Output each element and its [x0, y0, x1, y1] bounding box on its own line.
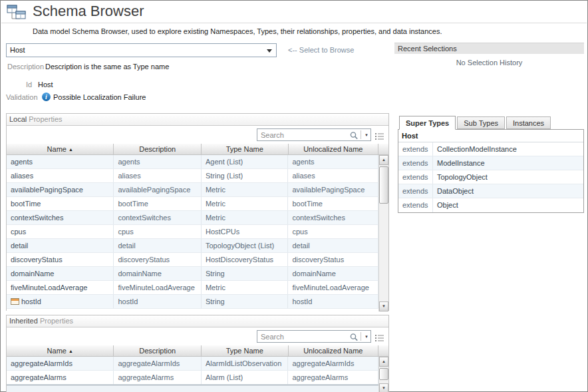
- customizer-icon[interactable]: [375, 333, 384, 341]
- property-cell: agents: [7, 155, 114, 168]
- column-header-unlocalized-name[interactable]: Unlocalized Name: [289, 144, 379, 154]
- column-header-unlocalized-name[interactable]: Unlocalized Name: [289, 345, 379, 356]
- property-row[interactable]: hostIdhostIdStringhostId: [7, 295, 378, 309]
- scroll-up-button[interactable]: ▲: [379, 155, 388, 165]
- relation-cell: extends: [398, 170, 433, 184]
- recent-selections-header: Recent Selections: [394, 43, 584, 54]
- search-options-arrow-icon[interactable]: ▼: [363, 133, 370, 137]
- property-cell: String: [202, 295, 289, 308]
- property-cell: hostId: [7, 295, 114, 308]
- local-properties-rows: agentsagentsAgent (List)agentsaliasesali…: [7, 155, 378, 311]
- column-header-type-name[interactable]: Type Name: [202, 345, 289, 356]
- property-cell: String (List): [202, 169, 289, 182]
- table-header-row: Name▲ Description Type Name Unlocalized …: [7, 144, 388, 155]
- property-row[interactable]: aggregateAlarmIdsaggregateAlarmIdsAlarmI…: [7, 357, 378, 371]
- search-placeholder: Search: [257, 333, 349, 341]
- property-cell: cpus: [114, 225, 202, 238]
- scrollbar[interactable]: ▲ ▼: [378, 155, 388, 311]
- property-cell: aliases: [7, 169, 114, 182]
- partial-row: [7, 385, 378, 392]
- header-spacer: [378, 144, 388, 154]
- inherited-properties-panel: Inherited Properties Search ▼ Name▲ Desc…: [6, 315, 389, 392]
- tab-sub-types[interactable]: Sub Types: [457, 116, 505, 129]
- select-to-browse-hint: <-- Select to Browse: [288, 46, 354, 54]
- super-types-content: Host extendsCollectionModelInstanceexten…: [398, 129, 584, 213]
- property-cell: HostCPUs: [202, 225, 289, 238]
- search-icon: [349, 130, 359, 139]
- local-properties-grid: Name▲ Description Type Name Unlocalized …: [7, 144, 388, 311]
- validation-value: Possible Localization Failure: [53, 93, 220, 101]
- type-cell: CollectionModelInstance: [433, 142, 583, 156]
- inherited-properties-grid: Name▲ Description Type Name Unlocalized …: [7, 345, 388, 392]
- property-cell: bootTime: [114, 197, 202, 210]
- scroll-up-button[interactable]: ▲: [379, 357, 388, 367]
- property-cell: cpus: [7, 225, 114, 238]
- property-cell: Metric: [202, 183, 289, 196]
- column-header-name[interactable]: Name▲: [7, 144, 114, 154]
- customizer-icon[interactable]: [375, 131, 384, 139]
- scrollbar-thumb[interactable]: [379, 166, 388, 204]
- scrollbar-thumb[interactable]: [379, 368, 388, 380]
- property-cell: availablePagingSpace: [288, 183, 378, 196]
- property-cell: aggregateAlarms: [7, 371, 114, 384]
- tab-super-types[interactable]: Super Types: [399, 116, 456, 130]
- schema-browser-icon: [7, 4, 28, 23]
- validation-row: Validation i Possible Localization Failu…: [6, 93, 38, 102]
- property-row[interactable]: contextSwitchescontextSwitchesMetriccont…: [7, 211, 378, 225]
- property-cell: domainName: [288, 267, 378, 280]
- local-properties-title: Local Properties: [7, 114, 388, 126]
- property-row[interactable]: aliasesaliasesString (List)aliases: [7, 169, 378, 183]
- schema-browser-page: Schema Browser Data model Schema Browser…: [0, 0, 588, 392]
- supertype-row[interactable]: extendsCollectionModelInstance: [398, 142, 583, 156]
- property-row[interactable]: agentsagentsAgent (List)agents: [7, 155, 378, 169]
- property-cell: contextSwitches: [7, 211, 114, 224]
- property-cell: detail: [114, 239, 202, 252]
- chevron-down-icon: [267, 49, 272, 53]
- property-cell: detail: [7, 239, 114, 252]
- super-types-rows: extendsCollectionModelInstanceextendsMod…: [398, 142, 583, 212]
- type-cell: Object: [433, 198, 583, 212]
- property-cell: detail: [288, 239, 378, 252]
- property-row[interactable]: domainNamedomainNameStringdomainName: [7, 267, 378, 281]
- relation-cell: extends: [398, 156, 433, 170]
- property-row[interactable]: discoveryStatusdiscoveryStatusHostDiscov…: [7, 253, 378, 267]
- search-placeholder: Search: [257, 131, 349, 139]
- property-row[interactable]: aggregateAlarmsaggregateAlarmsAlarm (Lis…: [7, 371, 378, 385]
- property-row[interactable]: bootTimebootTimeMetricbootTime: [7, 197, 378, 211]
- supertype-row[interactable]: extendsModelInstance: [398, 156, 583, 170]
- property-cell: availablePagingSpace: [114, 183, 202, 196]
- search-input[interactable]: Search ▼: [257, 330, 371, 343]
- scroll-down-button[interactable]: ▼: [379, 383, 388, 392]
- type-select[interactable]: Host: [6, 43, 277, 57]
- property-cell: domainName: [7, 267, 114, 280]
- property-cell: fiveMinuteLoadAverage: [114, 281, 202, 294]
- property-row[interactable]: cpuscpusHostCPUscpus: [7, 225, 378, 239]
- column-header-description[interactable]: Description: [114, 144, 202, 154]
- property-cell: Metric: [202, 197, 289, 210]
- property-cell: AlarmIdListObservation: [202, 357, 289, 370]
- property-cell: agents: [114, 155, 202, 168]
- identity-icon: [11, 298, 19, 305]
- recent-selections-empty: No Selection History: [394, 54, 584, 67]
- supertype-row[interactable]: extendsDataObject: [398, 184, 583, 198]
- supertype-row[interactable]: extendsTopologyObject: [398, 170, 583, 184]
- property-row[interactable]: availablePagingSpaceavailablePagingSpace…: [7, 183, 378, 197]
- supertype-row[interactable]: extendsObject: [398, 198, 583, 212]
- property-cell: bootTime: [7, 197, 114, 210]
- search-options-arrow-icon[interactable]: ▼: [363, 335, 370, 339]
- inherited-properties-rows: aggregateAlarmIdsaggregateAlarmIdsAlarmI…: [7, 357, 378, 392]
- tab-instances[interactable]: Instances: [506, 116, 551, 129]
- column-header-description[interactable]: Description: [114, 345, 202, 356]
- search-input[interactable]: Search ▼: [257, 128, 371, 141]
- scroll-down-button[interactable]: ▼: [379, 301, 388, 311]
- local-properties-toolbar: Search ▼: [7, 126, 388, 144]
- property-cell: aggregateAlarmIds: [7, 357, 114, 370]
- property-row[interactable]: detaildetailTopologyObject (List)detail: [7, 239, 378, 253]
- property-cell: aggregateAlarmIds: [288, 357, 378, 370]
- column-header-type-name[interactable]: Type Name: [202, 144, 289, 154]
- property-cell: discoveryStatus: [114, 253, 202, 266]
- column-header-name[interactable]: Name▲: [7, 345, 114, 356]
- scrollbar[interactable]: ▲ ▼: [378, 357, 388, 392]
- type-name-header: Host: [398, 130, 583, 142]
- property-row[interactable]: fiveMinuteLoadAveragefiveMinuteLoadAvera…: [7, 281, 378, 295]
